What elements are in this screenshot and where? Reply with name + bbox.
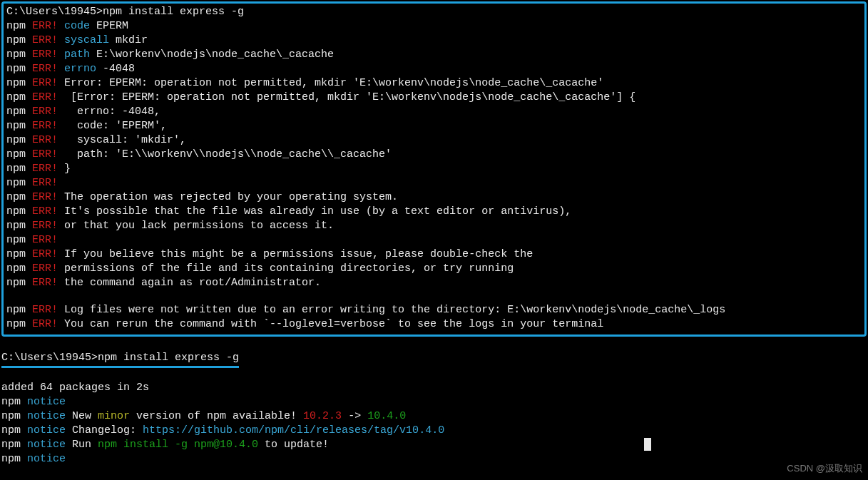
err-text: It's possible that the file was already … bbox=[58, 205, 571, 218]
npm-notice-line: npm notice bbox=[1, 452, 868, 466]
lower-terminal[interactable]: C:\Users\19945>npm install express -g ad… bbox=[0, 338, 868, 466]
npm-label: npm bbox=[6, 163, 26, 175]
err-val: -4048 bbox=[96, 63, 135, 75]
prompt-path: C:\Users\19945> bbox=[6, 6, 103, 18]
npm-label: npm bbox=[6, 106, 26, 118]
npm-label: npm bbox=[6, 248, 26, 260]
npm-label: npm bbox=[6, 177, 26, 189]
npm-notice-line: npm notice bbox=[1, 395, 868, 409]
prompt-command: npm install express -g bbox=[103, 6, 244, 18]
prompt-path: C:\Users\19945> bbox=[1, 352, 98, 364]
notice-label: notice bbox=[21, 424, 66, 436]
npm-err-line: npm ERR! permissions of the file and its… bbox=[6, 262, 862, 276]
err-val: EPERM bbox=[90, 20, 128, 32]
prompt-command: npm install express -g bbox=[98, 352, 239, 364]
err-label: ERR! bbox=[26, 304, 58, 316]
err-val: E:\workenv\nodejs\node_cache\_cacache bbox=[90, 48, 334, 61]
prompt-line-1: C:\Users\19945>npm install express -g bbox=[6, 5, 862, 19]
npm-err-line: npm ERR! The operation was rejected by y… bbox=[6, 190, 862, 205]
err-label: ERR! bbox=[26, 77, 58, 89]
err-key: syscall bbox=[58, 34, 109, 46]
npm-label: npm bbox=[1, 410, 21, 422]
err-label: ERR! bbox=[26, 63, 58, 75]
npm-err-line: npm ERR! bbox=[6, 233, 862, 247]
npm-label: npm bbox=[6, 304, 26, 316]
npm-label: npm bbox=[6, 48, 26, 61]
npm-err-line: npm ERR! code: 'EPERM', bbox=[6, 119, 862, 133]
npm-err-code: npm ERR! code EPERM bbox=[6, 19, 862, 34]
npm-err-path: npm ERR! path E:\workenv\nodejs\node_cac… bbox=[6, 48, 862, 62]
watermark: CSDN @汲取知识 bbox=[787, 461, 862, 476]
arrow: -> bbox=[342, 410, 367, 422]
npm-label: npm bbox=[1, 396, 21, 408]
npm-err-line: npm ERR! It's possible that the file was… bbox=[6, 205, 862, 219]
added-packages-line: added 64 packages in 2s bbox=[1, 381, 868, 395]
text: version of npm available! bbox=[130, 410, 303, 422]
err-label: ERR! bbox=[26, 106, 58, 118]
npm-err-errno: npm ERR! errno -4048 bbox=[6, 62, 862, 76]
err-key: errno bbox=[58, 63, 96, 75]
npm-label: npm bbox=[6, 234, 26, 246]
npm-notice-changelog: npm notice Changelog: https://github.com… bbox=[1, 424, 868, 438]
notice-label: notice bbox=[21, 453, 66, 465]
npm-notice-run: npm notice Run npm install -g npm@10.4.0… bbox=[1, 438, 868, 452]
npm-label: npm bbox=[6, 148, 26, 160]
npm-label: npm bbox=[6, 191, 26, 203]
err-label: ERR! bbox=[26, 248, 58, 260]
added-text: added 64 packages in 2s bbox=[1, 382, 149, 394]
err-text: The operation was rejected by your opera… bbox=[58, 191, 398, 203]
err-text: Error: EPERM: operation not permitted, m… bbox=[58, 77, 603, 89]
npm-err-line: npm ERR! [Error: EPERM: operation not pe… bbox=[6, 91, 862, 105]
text: New bbox=[66, 410, 98, 422]
changelog-url: https://github.com/npm/cli/releases/tag/… bbox=[143, 424, 444, 436]
text: Run bbox=[66, 439, 98, 451]
npm-label: npm bbox=[6, 34, 26, 46]
blank-line bbox=[1, 368, 868, 381]
blank-line bbox=[1, 338, 868, 351]
npm-label: npm bbox=[6, 134, 26, 146]
err-text: errno: -4048, bbox=[58, 106, 160, 118]
npm-err-line: npm ERR! syscall: 'mkdir', bbox=[6, 133, 862, 148]
old-version: 10.2.3 bbox=[303, 410, 342, 422]
err-text: the command again as root/Administrator. bbox=[58, 277, 321, 289]
npm-err-line: npm ERR! Log files were not written due … bbox=[6, 303, 862, 317]
npm-label: npm bbox=[6, 262, 26, 275]
err-label: ERR! bbox=[26, 163, 58, 175]
npm-err-line: npm ERR! bbox=[6, 176, 862, 190]
err-label: ERR! bbox=[26, 148, 58, 160]
update-command: npm install -g npm@10.4.0 bbox=[98, 439, 258, 451]
npm-notice-version: npm notice New minor version of npm avai… bbox=[1, 409, 868, 424]
npm-label: npm bbox=[6, 318, 26, 330]
err-text: code: 'EPERM', bbox=[58, 120, 167, 132]
notice-label: notice bbox=[21, 396, 66, 408]
err-label: ERR! bbox=[26, 205, 58, 218]
err-text: [Error: EPERM: operation not permitted, … bbox=[58, 91, 635, 103]
err-text: If you believe this might be a permissio… bbox=[58, 248, 533, 260]
npm-label: npm bbox=[1, 439, 21, 451]
err-label: ERR! bbox=[26, 220, 58, 232]
minor-word: minor bbox=[98, 410, 130, 422]
err-text: You can rerun the command with `--loglev… bbox=[58, 318, 603, 330]
cursor-icon bbox=[644, 438, 651, 451]
npm-err-line: npm ERR! } bbox=[6, 162, 862, 176]
err-text: } bbox=[58, 163, 71, 175]
err-label: ERR! bbox=[26, 234, 58, 246]
npm-label: npm bbox=[6, 277, 26, 289]
err-text: syscall: 'mkdir', bbox=[58, 134, 186, 146]
npm-label: npm bbox=[1, 453, 21, 465]
npm-err-line: npm ERR! errno: -4048, bbox=[6, 105, 862, 119]
underlined-command: C:\Users\19945>npm install express -g bbox=[1, 351, 239, 368]
npm-err-line: npm ERR! You can rerun the command with … bbox=[6, 317, 862, 332]
text: to update! bbox=[258, 439, 329, 451]
err-key: path bbox=[58, 48, 90, 61]
npm-label: npm bbox=[1, 424, 21, 436]
err-text: permissions of the file and its containi… bbox=[58, 262, 514, 275]
err-label: ERR! bbox=[26, 262, 58, 275]
err-label: ERR! bbox=[26, 48, 58, 61]
npm-label: npm bbox=[6, 205, 26, 218]
err-val: mkdir bbox=[109, 34, 148, 46]
notice-label: notice bbox=[21, 439, 66, 451]
err-label: ERR! bbox=[26, 91, 58, 103]
err-label: ERR! bbox=[26, 20, 58, 32]
npm-label: npm bbox=[6, 20, 26, 32]
